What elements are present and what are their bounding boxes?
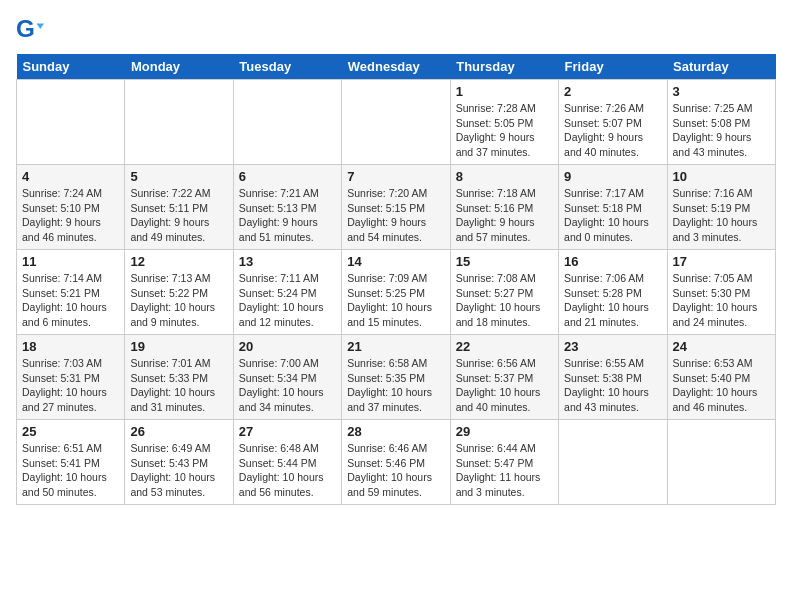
calendar-cell <box>17 80 125 165</box>
day-number: 11 <box>22 254 119 269</box>
day-number: 18 <box>22 339 119 354</box>
calendar-cell: 8Sunrise: 7:18 AMSunset: 5:16 PMDaylight… <box>450 165 558 250</box>
calendar-cell: 3Sunrise: 7:25 AMSunset: 5:08 PMDaylight… <box>667 80 775 165</box>
day-number: 14 <box>347 254 444 269</box>
day-number: 16 <box>564 254 661 269</box>
calendar-week-row: 4Sunrise: 7:24 AMSunset: 5:10 PMDaylight… <box>17 165 776 250</box>
day-number: 26 <box>130 424 227 439</box>
svg-text:G: G <box>16 16 35 42</box>
calendar-cell <box>342 80 450 165</box>
day-info: Sunrise: 7:26 AMSunset: 5:07 PMDaylight:… <box>564 101 661 160</box>
calendar-cell: 22Sunrise: 6:56 AMSunset: 5:37 PMDayligh… <box>450 335 558 420</box>
day-info: Sunrise: 7:06 AMSunset: 5:28 PMDaylight:… <box>564 271 661 330</box>
day-number: 3 <box>673 84 770 99</box>
calendar-cell: 24Sunrise: 6:53 AMSunset: 5:40 PMDayligh… <box>667 335 775 420</box>
logo-icon: G <box>16 16 44 44</box>
calendar-cell: 1Sunrise: 7:28 AMSunset: 5:05 PMDaylight… <box>450 80 558 165</box>
page-header: G <box>16 16 776 44</box>
calendar-cell: 28Sunrise: 6:46 AMSunset: 5:46 PMDayligh… <box>342 420 450 505</box>
calendar-cell: 15Sunrise: 7:08 AMSunset: 5:27 PMDayligh… <box>450 250 558 335</box>
day-number: 28 <box>347 424 444 439</box>
day-info: Sunrise: 6:55 AMSunset: 5:38 PMDaylight:… <box>564 356 661 415</box>
day-number: 20 <box>239 339 336 354</box>
day-of-week-header: Thursday <box>450 54 558 80</box>
day-info: Sunrise: 7:08 AMSunset: 5:27 PMDaylight:… <box>456 271 553 330</box>
calendar-cell: 26Sunrise: 6:49 AMSunset: 5:43 PMDayligh… <box>125 420 233 505</box>
calendar-table: SundayMondayTuesdayWednesdayThursdayFrid… <box>16 54 776 505</box>
day-info: Sunrise: 6:53 AMSunset: 5:40 PMDaylight:… <box>673 356 770 415</box>
day-number: 8 <box>456 169 553 184</box>
day-number: 9 <box>564 169 661 184</box>
calendar-cell: 20Sunrise: 7:00 AMSunset: 5:34 PMDayligh… <box>233 335 341 420</box>
calendar-cell: 7Sunrise: 7:20 AMSunset: 5:15 PMDaylight… <box>342 165 450 250</box>
day-number: 4 <box>22 169 119 184</box>
day-number: 1 <box>456 84 553 99</box>
day-number: 21 <box>347 339 444 354</box>
day-info: Sunrise: 7:24 AMSunset: 5:10 PMDaylight:… <box>22 186 119 245</box>
day-number: 23 <box>564 339 661 354</box>
day-info: Sunrise: 7:00 AMSunset: 5:34 PMDaylight:… <box>239 356 336 415</box>
day-number: 17 <box>673 254 770 269</box>
day-info: Sunrise: 7:05 AMSunset: 5:30 PMDaylight:… <box>673 271 770 330</box>
day-info: Sunrise: 6:44 AMSunset: 5:47 PMDaylight:… <box>456 441 553 500</box>
calendar-cell: 9Sunrise: 7:17 AMSunset: 5:18 PMDaylight… <box>559 165 667 250</box>
calendar-cell: 27Sunrise: 6:48 AMSunset: 5:44 PMDayligh… <box>233 420 341 505</box>
logo: G <box>16 16 48 44</box>
calendar-week-row: 1Sunrise: 7:28 AMSunset: 5:05 PMDaylight… <box>17 80 776 165</box>
calendar-cell: 5Sunrise: 7:22 AMSunset: 5:11 PMDaylight… <box>125 165 233 250</box>
day-of-week-header: Monday <box>125 54 233 80</box>
day-number: 6 <box>239 169 336 184</box>
day-info: Sunrise: 6:56 AMSunset: 5:37 PMDaylight:… <box>456 356 553 415</box>
day-info: Sunrise: 7:11 AMSunset: 5:24 PMDaylight:… <box>239 271 336 330</box>
day-of-week-header: Saturday <box>667 54 775 80</box>
day-info: Sunrise: 7:25 AMSunset: 5:08 PMDaylight:… <box>673 101 770 160</box>
calendar-week-row: 18Sunrise: 7:03 AMSunset: 5:31 PMDayligh… <box>17 335 776 420</box>
day-number: 19 <box>130 339 227 354</box>
day-info: Sunrise: 7:20 AMSunset: 5:15 PMDaylight:… <box>347 186 444 245</box>
day-number: 13 <box>239 254 336 269</box>
calendar-cell: 2Sunrise: 7:26 AMSunset: 5:07 PMDaylight… <box>559 80 667 165</box>
day-number: 2 <box>564 84 661 99</box>
day-info: Sunrise: 7:01 AMSunset: 5:33 PMDaylight:… <box>130 356 227 415</box>
calendar-cell <box>559 420 667 505</box>
day-number: 29 <box>456 424 553 439</box>
calendar-cell: 21Sunrise: 6:58 AMSunset: 5:35 PMDayligh… <box>342 335 450 420</box>
calendar-week-row: 11Sunrise: 7:14 AMSunset: 5:21 PMDayligh… <box>17 250 776 335</box>
day-number: 15 <box>456 254 553 269</box>
day-number: 12 <box>130 254 227 269</box>
calendar-cell: 16Sunrise: 7:06 AMSunset: 5:28 PMDayligh… <box>559 250 667 335</box>
day-of-week-header: Tuesday <box>233 54 341 80</box>
calendar-cell: 14Sunrise: 7:09 AMSunset: 5:25 PMDayligh… <box>342 250 450 335</box>
day-info: Sunrise: 7:03 AMSunset: 5:31 PMDaylight:… <box>22 356 119 415</box>
calendar-cell: 12Sunrise: 7:13 AMSunset: 5:22 PMDayligh… <box>125 250 233 335</box>
day-info: Sunrise: 7:13 AMSunset: 5:22 PMDaylight:… <box>130 271 227 330</box>
calendar-cell: 17Sunrise: 7:05 AMSunset: 5:30 PMDayligh… <box>667 250 775 335</box>
calendar-cell <box>125 80 233 165</box>
calendar-cell <box>667 420 775 505</box>
day-info: Sunrise: 7:09 AMSunset: 5:25 PMDaylight:… <box>347 271 444 330</box>
calendar-cell: 23Sunrise: 6:55 AMSunset: 5:38 PMDayligh… <box>559 335 667 420</box>
calendar-cell: 19Sunrise: 7:01 AMSunset: 5:33 PMDayligh… <box>125 335 233 420</box>
calendar-cell <box>233 80 341 165</box>
day-info: Sunrise: 6:46 AMSunset: 5:46 PMDaylight:… <box>347 441 444 500</box>
calendar-cell: 25Sunrise: 6:51 AMSunset: 5:41 PMDayligh… <box>17 420 125 505</box>
day-number: 27 <box>239 424 336 439</box>
day-info: Sunrise: 7:28 AMSunset: 5:05 PMDaylight:… <box>456 101 553 160</box>
calendar-week-row: 25Sunrise: 6:51 AMSunset: 5:41 PMDayligh… <box>17 420 776 505</box>
calendar-header-row: SundayMondayTuesdayWednesdayThursdayFrid… <box>17 54 776 80</box>
day-info: Sunrise: 7:14 AMSunset: 5:21 PMDaylight:… <box>22 271 119 330</box>
calendar-cell: 4Sunrise: 7:24 AMSunset: 5:10 PMDaylight… <box>17 165 125 250</box>
day-info: Sunrise: 7:18 AMSunset: 5:16 PMDaylight:… <box>456 186 553 245</box>
day-info: Sunrise: 7:16 AMSunset: 5:19 PMDaylight:… <box>673 186 770 245</box>
calendar-cell: 18Sunrise: 7:03 AMSunset: 5:31 PMDayligh… <box>17 335 125 420</box>
day-number: 22 <box>456 339 553 354</box>
day-number: 10 <box>673 169 770 184</box>
day-number: 25 <box>22 424 119 439</box>
calendar-cell: 6Sunrise: 7:21 AMSunset: 5:13 PMDaylight… <box>233 165 341 250</box>
svg-marker-1 <box>37 23 44 29</box>
calendar-cell: 29Sunrise: 6:44 AMSunset: 5:47 PMDayligh… <box>450 420 558 505</box>
day-info: Sunrise: 6:49 AMSunset: 5:43 PMDaylight:… <box>130 441 227 500</box>
day-number: 24 <box>673 339 770 354</box>
day-number: 7 <box>347 169 444 184</box>
calendar-cell: 11Sunrise: 7:14 AMSunset: 5:21 PMDayligh… <box>17 250 125 335</box>
